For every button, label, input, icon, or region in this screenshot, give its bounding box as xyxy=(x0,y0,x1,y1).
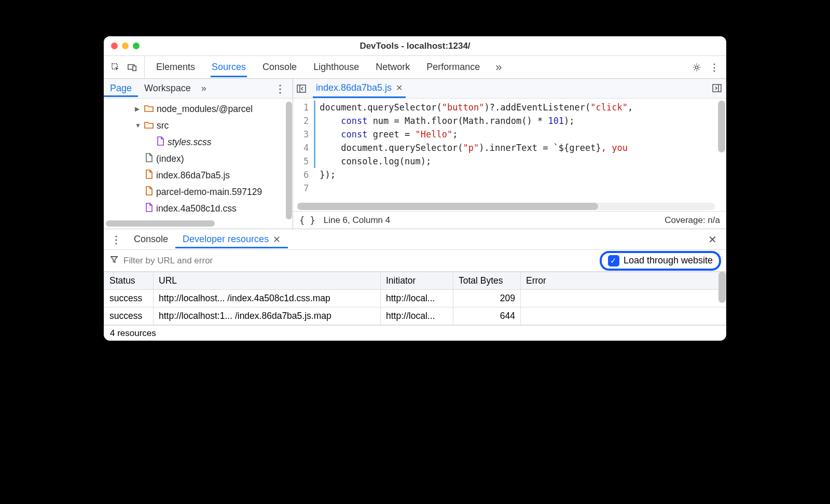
file-icon xyxy=(145,203,153,215)
file-icon xyxy=(145,170,153,181)
col-total-bytes[interactable]: Total Bytes xyxy=(453,272,521,290)
line-number[interactable]: 3 xyxy=(303,128,309,141)
editor-status-bar: { } Line 6, Column 4 Coverage: n/a xyxy=(293,211,726,229)
nav-tab-workspace[interactable]: Workspace xyxy=(138,80,197,97)
code-line[interactable]: document.querySelector("p").innerText = … xyxy=(320,141,633,155)
tree-item[interactable]: index.4a508c1d.css xyxy=(104,200,293,217)
tab-network[interactable]: Network xyxy=(375,57,411,77)
tree-arrow-icon[interactable]: ▼ xyxy=(135,122,141,129)
code-line[interactable]: }); xyxy=(320,168,633,181)
tree-item[interactable]: ▼src xyxy=(104,117,293,134)
tree-item[interactable]: (index) xyxy=(104,150,293,167)
tree-item-label: index.4a508c1d.css xyxy=(156,203,237,214)
tree-item[interactable]: styles.scss xyxy=(104,134,293,150)
pretty-print-icon[interactable]: { } xyxy=(299,215,315,226)
drawer-menu-icon[interactable]: ⋮ xyxy=(106,233,127,246)
tree-arrow-icon[interactable]: ▶ xyxy=(135,105,141,113)
line-number[interactable]: 2 xyxy=(303,114,309,128)
table-v-scrollbar[interactable] xyxy=(718,272,726,303)
file-tree[interactable]: ▶node_modules/@parcel▼srcstyles.scss(ind… xyxy=(104,99,293,229)
editor-pane: index.86da7ba5.js ✕ 1234567 document.que… xyxy=(293,79,726,229)
show-debugger-icon[interactable] xyxy=(712,83,722,93)
folder-icon xyxy=(144,120,154,131)
resources-count: 4 resources xyxy=(110,328,156,339)
col-url[interactable]: URL xyxy=(154,272,381,290)
settings-gear-icon[interactable] xyxy=(692,63,701,72)
drawer-tab-console[interactable]: Console xyxy=(127,231,175,248)
tree-item[interactable]: index.86da7ba5.js xyxy=(104,167,293,184)
cell-error xyxy=(521,290,726,307)
file-icon xyxy=(145,153,153,165)
resources-table[interactable]: Status URL Initiator Total Bytes Error s… xyxy=(104,272,726,325)
navigator-pane: Page Workspace » ⋮ ▶node_modules/@parcel… xyxy=(104,79,293,229)
filter-icon xyxy=(110,255,118,266)
panel-tabs: Elements Sources Console Lighthouse Netw… xyxy=(145,57,685,77)
close-drawer-icon[interactable]: ✕ xyxy=(701,233,724,246)
traffic-lights xyxy=(111,43,140,49)
col-error[interactable]: Error xyxy=(521,272,726,290)
tab-console[interactable]: Console xyxy=(261,57,298,77)
close-tab-icon[interactable]: ✕ xyxy=(396,83,403,93)
resources-table-wrapper: Status URL Initiator Total Bytes Error s… xyxy=(104,272,726,325)
navigator-h-scrollbar[interactable] xyxy=(106,220,215,227)
tree-item[interactable]: ▶node_modules/@parcel xyxy=(104,101,293,117)
tree-item[interactable]: parcel-demo-main.597129 xyxy=(104,184,293,200)
code-line[interactable]: const greet = "Hello"; xyxy=(320,128,633,141)
tab-lighthouse[interactable]: Lighthouse xyxy=(312,57,360,77)
coverage-status: Coverage: n/a xyxy=(665,215,720,226)
col-initiator[interactable]: Initiator xyxy=(381,272,453,290)
cell-bytes: 209 xyxy=(453,290,521,307)
tree-item-label: index.86da7ba5.js xyxy=(156,170,230,181)
line-number[interactable]: 1 xyxy=(303,101,309,114)
cell-url: http://localhost:1... /index.86da7ba5.js… xyxy=(154,307,381,325)
window-titlebar: DevTools - localhost:1234/ xyxy=(104,36,726,56)
minimize-window-button[interactable] xyxy=(122,43,129,49)
file-icon xyxy=(157,136,164,148)
code-line[interactable]: const num = Math.floor(Math.random() * 1… xyxy=(320,114,633,128)
col-status[interactable]: Status xyxy=(104,272,154,290)
close-drawer-tab-icon[interactable]: ✕ xyxy=(273,234,281,245)
nav-tabs-overflow-icon[interactable]: » xyxy=(201,83,206,94)
window-title: DevTools - localhost:1234/ xyxy=(104,41,726,51)
code-line[interactable]: document.querySelector("button")?.addEve… xyxy=(320,101,633,114)
inspect-element-icon[interactable] xyxy=(111,63,120,72)
code-line[interactable]: console.log(num); xyxy=(320,155,633,168)
tree-item-label: src xyxy=(157,120,169,131)
code-editor[interactable]: 1234567 document.querySelector("button")… xyxy=(293,99,726,211)
load-through-website-checkbox[interactable]: ✓ xyxy=(608,255,619,267)
line-number[interactable]: 4 xyxy=(303,141,309,155)
tab-elements[interactable]: Elements xyxy=(155,57,196,77)
cell-error xyxy=(521,307,726,325)
nav-tab-page[interactable]: Page xyxy=(104,80,138,97)
tab-sources[interactable]: Sources xyxy=(211,57,247,77)
navigator-menu-icon[interactable]: ⋮ xyxy=(268,82,293,95)
tree-item-label: (index) xyxy=(156,153,184,164)
more-menu-icon[interactable]: ⋮ xyxy=(710,63,719,72)
show-navigator-icon[interactable] xyxy=(296,83,307,94)
line-number[interactable]: 7 xyxy=(303,181,309,195)
table-row[interactable]: successhttp://localhost:1... /index.86da… xyxy=(104,307,726,325)
filter-bar: ✓ Load through website xyxy=(104,250,726,272)
line-number[interactable]: 5 xyxy=(303,155,309,168)
cell-bytes: 644 xyxy=(453,307,521,325)
editor-tab-active[interactable]: index.86da7ba5.js ✕ xyxy=(313,79,406,98)
load-through-website-highlight: ✓ Load through website xyxy=(600,251,721,271)
tree-item-label: node_modules/@parcel xyxy=(157,104,253,115)
table-row[interactable]: successhttp://localhost... /index.4a508c… xyxy=(104,290,726,307)
tabs-overflow-icon[interactable]: » xyxy=(495,61,502,74)
filter-input[interactable] xyxy=(123,256,594,266)
close-window-button[interactable] xyxy=(111,43,118,49)
drawer-tab-devres-label: Developer resources xyxy=(183,234,269,245)
line-gutter: 1234567 xyxy=(293,99,314,211)
drawer-tab-developer-resources[interactable]: Developer resources ✕ xyxy=(175,231,288,248)
editor-v-scrollbar[interactable] xyxy=(718,101,725,152)
code-content[interactable]: document.querySelector("button")?.addEve… xyxy=(315,99,633,211)
navigator-v-scrollbar[interactable] xyxy=(286,102,292,219)
zoom-window-button[interactable] xyxy=(133,43,140,49)
editor-h-scrollbar[interactable] xyxy=(297,203,715,210)
device-toolbar-icon[interactable] xyxy=(128,63,137,72)
tab-performance[interactable]: Performance xyxy=(425,57,481,77)
cell-initiator: http://local... xyxy=(381,290,453,307)
tree-item-label: parcel-demo-main.597129 xyxy=(156,187,262,198)
line-number[interactable]: 6 xyxy=(303,168,309,181)
